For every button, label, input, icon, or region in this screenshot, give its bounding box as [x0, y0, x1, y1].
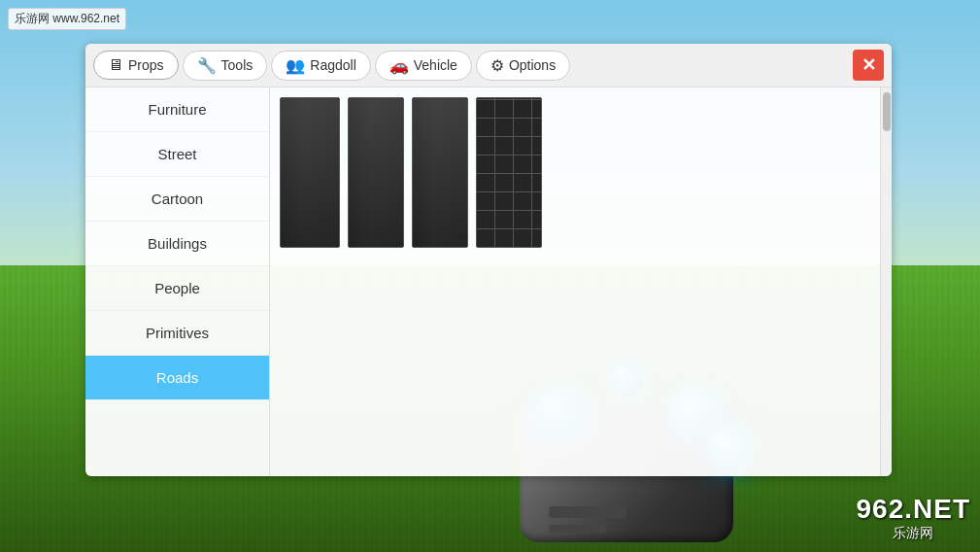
- scrollbar-thumb[interactable]: [883, 92, 891, 131]
- tab-props-label: Props: [128, 57, 164, 73]
- road-item-2[interactable]: [348, 97, 404, 248]
- tab-ragdoll[interactable]: 👥 Ragdoll: [271, 51, 370, 81]
- category-sidebar: Furniture Street Cartoon Buildings Peopl…: [85, 87, 270, 476]
- road-item-4[interactable]: [476, 97, 542, 248]
- tab-vehicle[interactable]: 🚗 Vehicle: [375, 51, 472, 81]
- ragdoll-icon: 👥: [286, 56, 305, 75]
- category-furniture[interactable]: Furniture: [85, 87, 269, 132]
- tab-tools[interactable]: 🔧 Tools: [183, 51, 268, 81]
- category-cartoon[interactable]: Cartoon: [85, 177, 269, 222]
- watermark-main: 962.NET: [857, 494, 971, 525]
- category-cartoon-label: Cartoon: [152, 190, 203, 207]
- ui-panel: 🖥 Props 🔧 Tools 👥 Ragdoll 🚗 Vehicle ⚙ Op…: [85, 44, 892, 476]
- watermark-sub: 乐游网: [893, 525, 933, 542]
- options-icon: ⚙: [490, 56, 504, 75]
- props-icon: 🖥: [108, 56, 123, 74]
- watermark-bottom-right: 962.NET 乐游网: [857, 494, 971, 542]
- tab-vehicle-label: Vehicle: [414, 57, 457, 73]
- tab-bar: 🖥 Props 🔧 Tools 👥 Ragdoll 🚗 Vehicle ⚙ Op…: [85, 44, 892, 87]
- tab-tools-label: Tools: [221, 57, 253, 73]
- category-people-label: People: [154, 280, 200, 296]
- items-grid: [270, 87, 880, 476]
- close-icon: ✕: [862, 54, 876, 76]
- category-roads[interactable]: Roads: [85, 356, 269, 400]
- tab-options[interactable]: ⚙ Options: [476, 51, 570, 81]
- scrollbar[interactable]: [880, 87, 892, 476]
- watermark-text: 乐游网 www.962.net: [15, 12, 119, 25]
- tab-ragdoll-label: Ragdoll: [310, 57, 355, 73]
- road-item-3[interactable]: [412, 97, 468, 248]
- panel-content: Furniture Street Cartoon Buildings Peopl…: [85, 87, 892, 476]
- category-roads-label: Roads: [156, 369, 198, 386]
- tab-props[interactable]: 🖥 Props: [93, 51, 179, 80]
- category-street[interactable]: Street: [85, 132, 269, 177]
- vehicle-icon: 🚗: [389, 56, 409, 75]
- category-primitives-label: Primitives: [146, 325, 209, 341]
- road-item-1[interactable]: [280, 97, 340, 248]
- category-street-label: Street: [157, 146, 196, 162]
- category-buildings[interactable]: Buildings: [85, 222, 269, 266]
- category-furniture-label: Furniture: [148, 101, 206, 118]
- tab-options-label: Options: [509, 57, 556, 73]
- close-button[interactable]: ✕: [853, 50, 884, 81]
- tools-icon: 🔧: [197, 56, 217, 75]
- category-primitives[interactable]: Primitives: [85, 311, 269, 356]
- watermark-top-left: 乐游网 www.962.net: [8, 8, 126, 30]
- category-people[interactable]: People: [85, 266, 269, 311]
- category-buildings-label: Buildings: [148, 235, 207, 252]
